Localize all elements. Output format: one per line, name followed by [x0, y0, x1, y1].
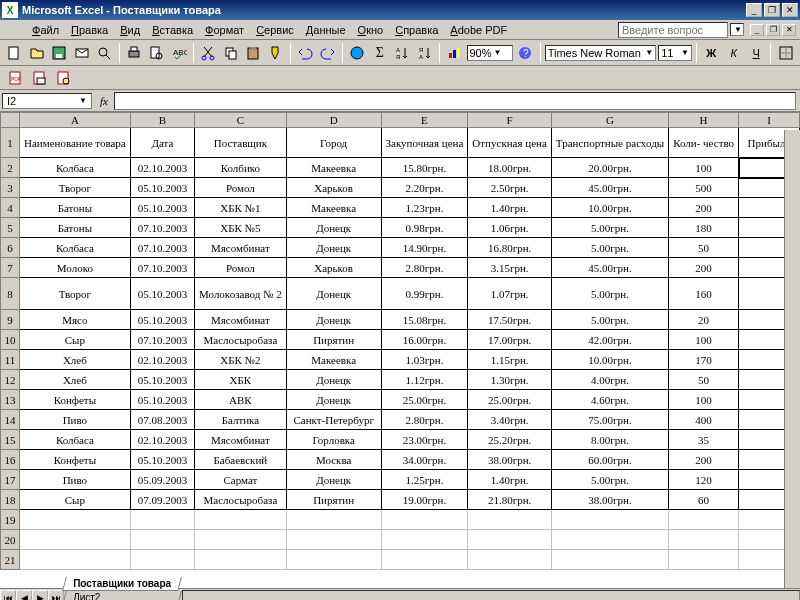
cell[interactable]: Хлеб [20, 370, 131, 390]
cell[interactable]: Донецк [286, 310, 381, 330]
doc-minimize-button[interactable]: _ [750, 24, 764, 36]
cell[interactable]: Колбаса [20, 238, 131, 258]
cell[interactable]: Пирятин [286, 330, 381, 350]
formula-input[interactable] [114, 92, 796, 110]
cell[interactable]: Москва [286, 450, 381, 470]
cell[interactable]: Макеевка [286, 350, 381, 370]
cell[interactable]: 07.08.2003 [130, 410, 194, 430]
cell[interactable]: 1.30грн. [468, 370, 551, 390]
cell[interactable]: 15.80грн. [381, 158, 468, 178]
cell[interactable]: Пирятин [286, 490, 381, 510]
cell[interactable]: Ромол [195, 178, 287, 198]
cell[interactable]: 500 [669, 178, 739, 198]
name-box[interactable]: I2▼ [2, 93, 92, 109]
row-header-19[interactable]: 19 [1, 510, 20, 530]
cell[interactable] [381, 530, 468, 550]
cell-header[interactable]: Отпускная цена [468, 128, 551, 158]
cell[interactable]: ХБК [195, 370, 287, 390]
cell[interactable] [468, 550, 551, 570]
cell[interactable]: Колбаса [20, 430, 131, 450]
cell[interactable]: 02.10.2003 [130, 158, 194, 178]
cell[interactable] [286, 530, 381, 550]
cell[interactable]: 200 [669, 450, 739, 470]
cell[interactable]: 10.00грн. [551, 350, 668, 370]
cell[interactable]: 16.80грн. [468, 238, 551, 258]
row-header-6[interactable]: 6 [1, 238, 20, 258]
cell[interactable]: 05.10.2003 [130, 310, 194, 330]
cell[interactable]: 02.10.2003 [130, 430, 194, 450]
cell[interactable]: Колбико [195, 158, 287, 178]
cell[interactable]: 1.40грн. [468, 198, 551, 218]
cell[interactable]: Горловка [286, 430, 381, 450]
cell[interactable] [551, 550, 668, 570]
search-button[interactable] [94, 42, 115, 64]
cell[interactable]: 1.03грн. [381, 350, 468, 370]
row-header-20[interactable]: 20 [1, 530, 20, 550]
col-header-F[interactable]: F [468, 113, 551, 128]
pdf-convert-button[interactable]: PDF [4, 67, 26, 89]
hyperlink-button[interactable] [347, 42, 368, 64]
cell[interactable]: Мясомбинат [195, 310, 287, 330]
question-box[interactable] [618, 22, 728, 38]
cell[interactable]: Мясо [20, 310, 131, 330]
cell[interactable]: ХБК №1 [195, 198, 287, 218]
row-header-21[interactable]: 21 [1, 550, 20, 570]
cell[interactable]: 05.10.2003 [130, 370, 194, 390]
cell-header[interactable]: Поставщик [195, 128, 287, 158]
minimize-button[interactable]: _ [746, 3, 762, 17]
col-header-G[interactable]: G [551, 113, 668, 128]
row-header-3[interactable]: 3 [1, 178, 20, 198]
cell[interactable]: АВК [195, 390, 287, 410]
cell[interactable]: Сыр [20, 490, 131, 510]
cell[interactable]: 3.15грн. [468, 258, 551, 278]
cell[interactable]: Сыр [20, 330, 131, 350]
row-header-9[interactable]: 9 [1, 310, 20, 330]
cell[interactable]: 25.00грн. [468, 390, 551, 410]
row-header-18[interactable]: 18 [1, 490, 20, 510]
underline-button[interactable]: Ч [746, 42, 767, 64]
cell-header[interactable]: Город [286, 128, 381, 158]
cell[interactable] [286, 510, 381, 530]
tab-next-button[interactable]: ▶ [32, 590, 48, 601]
cell[interactable]: 07.10.2003 [130, 218, 194, 238]
cell[interactable]: 25.20грн. [468, 430, 551, 450]
cell[interactable]: 25.00грн. [381, 390, 468, 410]
cell[interactable] [669, 550, 739, 570]
cell[interactable]: Ромол [195, 258, 287, 278]
pdf-review-button[interactable] [52, 67, 74, 89]
font-combo[interactable]: Times New Roman▼ [545, 45, 656, 61]
chart-button[interactable] [444, 42, 465, 64]
row-header-17[interactable]: 17 [1, 470, 20, 490]
menu-Вставка[interactable]: Вставка [146, 22, 199, 38]
email-button[interactable] [72, 42, 93, 64]
undo-button[interactable] [295, 42, 316, 64]
cell[interactable]: 45.00грн. [551, 258, 668, 278]
cell[interactable]: 3.40грн. [468, 410, 551, 430]
format-painter-button[interactable] [266, 42, 287, 64]
borders-button[interactable] [775, 42, 796, 64]
cell[interactable]: Молоко [20, 258, 131, 278]
cell[interactable]: Донецк [286, 390, 381, 410]
col-header-E[interactable]: E [381, 113, 468, 128]
cell[interactable]: Балтика [195, 410, 287, 430]
cell[interactable]: 35 [669, 430, 739, 450]
cell[interactable]: Мясомбинат [195, 238, 287, 258]
cell[interactable]: 1.15грн. [468, 350, 551, 370]
row-header-15[interactable]: 15 [1, 430, 20, 450]
cell[interactable]: 1.40грн. [468, 470, 551, 490]
menu-Вид[interactable]: Вид [114, 22, 146, 38]
cell[interactable] [669, 510, 739, 530]
cell[interactable]: 2.80грн. [381, 258, 468, 278]
cell[interactable]: 14.90грн. [381, 238, 468, 258]
cell[interactable]: Донецк [286, 470, 381, 490]
cell[interactable]: 34.00грн. [381, 450, 468, 470]
preview-button[interactable] [146, 42, 167, 64]
open-button[interactable] [27, 42, 48, 64]
cell[interactable]: 180 [669, 218, 739, 238]
cell[interactable]: 15.08грн. [381, 310, 468, 330]
italic-button[interactable]: К [723, 42, 744, 64]
question-dd[interactable]: ▼ [730, 23, 744, 36]
question-input[interactable] [618, 22, 728, 38]
cell[interactable]: 5.00грн. [551, 218, 668, 238]
row-header-16[interactable]: 16 [1, 450, 20, 470]
